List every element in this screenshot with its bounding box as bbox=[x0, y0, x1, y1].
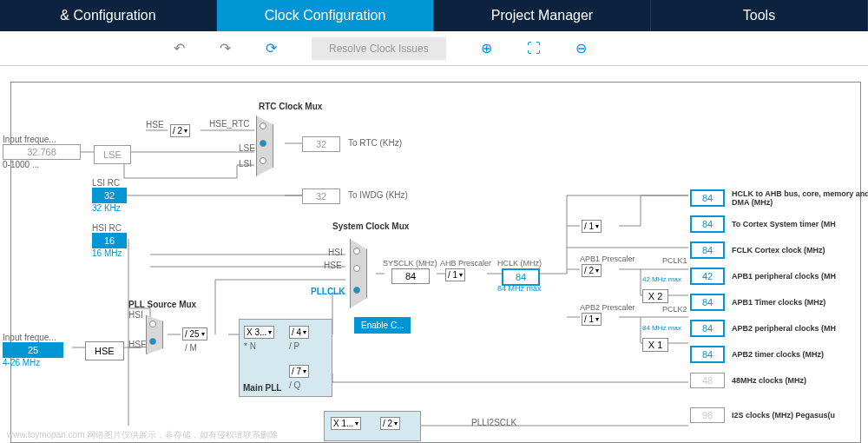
pll-n-select[interactable]: X 3...▾ bbox=[244, 326, 274, 339]
pll-p-label: / P bbox=[289, 341, 299, 351]
undo-icon[interactable]: ↶ bbox=[174, 40, 185, 56]
pllsrc-hsi: HSI bbox=[128, 310, 143, 320]
out-48m: 48 bbox=[690, 373, 725, 388]
out-cortex: 84 bbox=[690, 215, 725, 233]
sysclk-hsi: HSI bbox=[328, 248, 343, 257]
pll-q-select[interactable]: / 7▾ bbox=[289, 365, 309, 378]
lsi-value: 32 bbox=[92, 188, 127, 203]
lse-freq-label: Input freque... bbox=[3, 135, 81, 144]
lsi-unit: 32 KHz bbox=[92, 203, 127, 213]
sysclk-mux[interactable] bbox=[350, 239, 367, 308]
hclk-max: 84 MHz max bbox=[497, 284, 542, 293]
lsi-name: LSI RC bbox=[92, 178, 127, 188]
apb2-x: X 1 bbox=[642, 338, 668, 352]
sysclk-hse: HSE bbox=[324, 261, 342, 270]
refresh-icon[interactable]: ⟳ bbox=[266, 40, 277, 56]
out-fclk: 84 bbox=[690, 241, 725, 259]
pll-q-label: / Q bbox=[289, 380, 300, 390]
zoom-out-icon[interactable]: ⊖ bbox=[575, 40, 587, 56]
sysclk-title: System Clock Mux bbox=[332, 222, 409, 231]
lse-input-group: Input freque... 32.768 0-1000 ... bbox=[3, 135, 81, 169]
rtc-mux[interactable] bbox=[256, 116, 273, 176]
tab-tools[interactable]: Tools bbox=[651, 0, 868, 31]
rtc-label: To RTC (KHz) bbox=[348, 138, 402, 148]
out-hclk: 84 bbox=[690, 189, 725, 207]
apb2-div-select[interactable]: / 1▾ bbox=[582, 313, 602, 326]
rtc-mux-title: RTC Clock Mux bbox=[259, 102, 322, 111]
redo-icon[interactable]: ↷ bbox=[220, 40, 231, 56]
hse-range: 4-26 MHz bbox=[3, 358, 63, 367]
out-apb1p: 42 bbox=[690, 268, 725, 285]
output-rows: 84HCLK to AHB bus, core, memory and DMA … bbox=[690, 185, 868, 437]
rtc-hse-label: HSE bbox=[146, 119, 164, 129]
iwdg-value: 32 bbox=[302, 188, 340, 204]
ahb-label: AHB Prescaler bbox=[440, 259, 491, 268]
pclk2-label: PCLK2 bbox=[662, 305, 687, 314]
apb2-title: APB2 Prescaler bbox=[580, 303, 635, 312]
rtc-lsi-label: LSI bbox=[239, 159, 252, 169]
iwdg-label: To IWDG (KHz) bbox=[348, 190, 408, 200]
hse-block: HSE bbox=[85, 341, 124, 360]
lsi-group: LSI RC 32 32 KHz bbox=[92, 178, 127, 213]
resolve-button[interactable]: Resolve Clock Issues bbox=[312, 37, 446, 60]
hsi-unit: 16 MHz bbox=[92, 248, 127, 258]
rtc-lse-label: LSE bbox=[239, 143, 255, 153]
out-apb2p: 84 bbox=[690, 320, 725, 337]
lse-block: LSE bbox=[94, 145, 131, 164]
hse-input-group: Input freque... 25 4-26 MHz bbox=[3, 333, 63, 367]
mainpll-title: Main PLL bbox=[243, 383, 281, 393]
plli2s-label: PLLI2SCLK bbox=[471, 418, 516, 427]
hse-freq-value[interactable]: 25 bbox=[3, 342, 63, 358]
canvas: Input freque... 32.768 0-1000 ... LSE LS… bbox=[0, 66, 868, 443]
sysclk-label: SYSCLK (MHz) bbox=[383, 259, 437, 268]
out-i2s: 96 bbox=[690, 407, 725, 423]
hclk-value[interactable]: 84 bbox=[502, 268, 540, 286]
hclk-label: HCLK (MHz) bbox=[497, 259, 542, 268]
fit-icon[interactable]: ⛶ bbox=[527, 41, 541, 56]
hsi-name: HSI RC bbox=[92, 223, 127, 233]
pclk1-max: 42 MHz max bbox=[642, 275, 681, 283]
hsi-value: 16 bbox=[92, 233, 127, 248]
tab-config[interactable]: & Configuration bbox=[0, 0, 217, 31]
pclk1-label: PCLK1 bbox=[662, 256, 687, 265]
main-tabs: & Configuration Clock Configuration Proj… bbox=[0, 0, 868, 31]
watermark: www.toymopan.com 网络图片仅供展示，非存储，如有侵权请联系删除 bbox=[7, 429, 278, 441]
hsi-group: HSI RC 16 16 MHz bbox=[92, 223, 127, 258]
rtc-value: 32 bbox=[302, 136, 340, 152]
pll-p-select[interactable]: / 4▾ bbox=[289, 326, 309, 339]
rtc-div-select[interactable]: / 2▾ bbox=[170, 124, 190, 137]
out-apb2t: 84 bbox=[690, 346, 725, 363]
tab-project[interactable]: Project Manager bbox=[434, 0, 651, 31]
pclk2-max: 84 MHz max bbox=[642, 324, 681, 332]
apb1-x: X 2 bbox=[642, 289, 668, 303]
pllsrc-title: PLL Source Mux bbox=[128, 300, 196, 309]
tab-clock[interactable]: Clock Configuration bbox=[217, 0, 434, 31]
plli2s-n-select[interactable]: X 1...▾ bbox=[331, 417, 361, 430]
sysclk-pllclk: PLLCLK bbox=[311, 287, 345, 296]
toolbar: ↶ ↷ ⟳ Resolve Clock Issues ⊕ ⛶ ⊖ bbox=[0, 31, 868, 66]
plli2s-p-select[interactable]: / 2▾ bbox=[380, 417, 400, 430]
out-apb1t: 84 bbox=[690, 294, 725, 311]
pllsrc-hse: HSE bbox=[128, 340, 147, 349]
apb1-div-select[interactable]: / 2▾ bbox=[582, 264, 602, 277]
rtc-hsertc-label: HSE_RTC bbox=[209, 119, 250, 129]
cortex-div-select[interactable]: / 1▾ bbox=[582, 220, 602, 233]
enable-css-button[interactable]: Enable C... bbox=[354, 317, 411, 334]
pll-n-label: * N bbox=[244, 341, 256, 351]
pll-m-label: / M bbox=[185, 343, 197, 353]
hse-freq-label: Input freque... bbox=[3, 333, 63, 342]
pll-m-select[interactable]: / 25▾ bbox=[182, 327, 207, 341]
lse-freq-value[interactable]: 32.768 bbox=[3, 144, 81, 160]
lse-range: 0-1000 ... bbox=[3, 160, 81, 169]
apb1-title: APB1 Prescaler bbox=[580, 255, 635, 263]
pllsrc-mux[interactable] bbox=[146, 315, 163, 354]
ahb-div-select[interactable]: / 1▾ bbox=[445, 268, 465, 281]
sysclk-value[interactable]: 84 bbox=[391, 268, 430, 284]
zoom-in-icon[interactable]: ⊕ bbox=[481, 40, 492, 56]
clock-panel: Input freque... 32.768 0-1000 ... LSE LS… bbox=[10, 82, 861, 443]
